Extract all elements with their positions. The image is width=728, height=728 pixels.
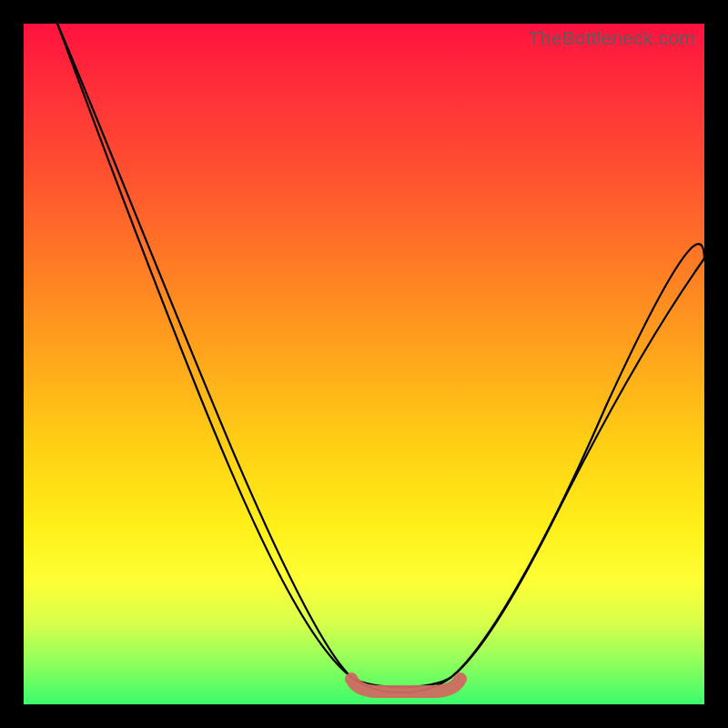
bottleneck-curve — [57, 24, 704, 693]
chart-svg — [24, 24, 704, 704]
bottleneck-curve-left — [57, 24, 351, 677]
chart-frame: TheBottleneck.com — [0, 0, 728, 728]
plot-area: TheBottleneck.com — [24, 24, 704, 704]
